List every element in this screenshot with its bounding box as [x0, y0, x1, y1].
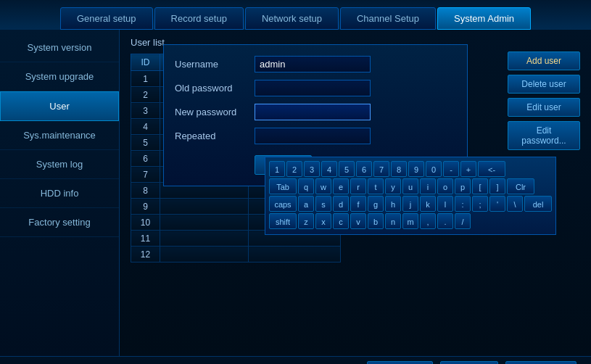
keyboard-key[interactable]: a [298, 196, 314, 212]
keyboard-key[interactable]: 0 [426, 161, 442, 177]
edit-password-button[interactable]: Edit password... [508, 121, 580, 150]
row-username [160, 215, 249, 231]
keyboard-key[interactable]: caps [269, 196, 297, 212]
keyboard-key[interactable]: i [420, 178, 436, 194]
right-action-buttons: Add user Delete user Edit user Edit pass… [508, 51, 580, 150]
bottom-bar: Apply Ok Cancel [0, 356, 591, 364]
keyboard-key[interactable]: q [298, 178, 314, 194]
sidebar-item-hdd-info[interactable]: HDD info [0, 179, 119, 208]
keyboard-key[interactable]: <- [478, 161, 505, 177]
keyboard-key[interactable]: p [455, 178, 471, 194]
row-superuser [248, 247, 340, 262]
row-id: 4 [131, 119, 160, 135]
row-id: 12 [131, 247, 160, 262]
top-navigation: General setup Record setup Network setup… [0, 0, 591, 30]
row-id: 3 [131, 103, 160, 119]
keyboard-key[interactable]: [ [472, 178, 488, 194]
row-username [160, 199, 249, 215]
keyboard-key[interactable]: 1 [269, 161, 285, 177]
repeated-row: Repeated [175, 128, 456, 144]
keyboard-key[interactable]: 3 [304, 161, 320, 177]
sidebar-item-user[interactable]: User [0, 91, 119, 121]
keyboard-key[interactable]: f [350, 196, 366, 212]
sidebar-item-factory-setting[interactable]: Factory setting [0, 208, 119, 237]
keyboard-key[interactable]: j [402, 196, 418, 212]
keyboard-key[interactable]: . [437, 213, 453, 229]
keyboard-key[interactable]: shift [269, 213, 297, 229]
keyboard-key[interactable]: l [437, 196, 453, 212]
keyboard-key[interactable]: g [368, 196, 384, 212]
tab-general-setup[interactable]: General setup [60, 7, 153, 30]
keyboard-key[interactable]: v [350, 213, 366, 229]
keyboard-row: Tabqwertyuiop[]Clr [269, 178, 552, 194]
username-input[interactable] [255, 56, 371, 73]
keyboard-key[interactable]: 5 [339, 161, 355, 177]
keyboard-key[interactable]: e [333, 178, 349, 194]
tab-network-setup[interactable]: Network setup [245, 7, 339, 30]
tab-system-admin[interactable]: System Admin [437, 7, 531, 30]
add-user-button[interactable]: Add user [508, 51, 580, 70]
keyboard-key[interactable]: t [368, 178, 384, 194]
cancel-button[interactable]: Cancel [505, 361, 576, 364]
row-id: 6 [131, 151, 160, 167]
old-password-row: Old password [175, 80, 456, 96]
row-id: 10 [131, 215, 160, 231]
keyboard-key[interactable]: 8 [391, 161, 407, 177]
keyboard-key[interactable]: u [402, 178, 418, 194]
keyboard-key[interactable]: c [333, 213, 349, 229]
keyboard-key[interactable]: Clr [507, 178, 534, 194]
sidebar-item-system-version[interactable]: System version [0, 33, 119, 62]
keyboard-key[interactable]: 2 [286, 161, 302, 177]
keyboard-key[interactable]: h [385, 196, 401, 212]
keyboard-key[interactable]: 6 [356, 161, 372, 177]
row-id: 11 [131, 231, 160, 247]
keyboard-key[interactable]: + [460, 161, 476, 177]
username-label: Username [175, 59, 255, 70]
new-password-label: New password [175, 107, 255, 117]
keyboard-key[interactable]: r [350, 178, 366, 194]
sidebar-item-system-log[interactable]: System log [0, 150, 119, 179]
sidebar-item-system-upgrade[interactable]: System upgrade [0, 62, 119, 91]
keyboard-key[interactable]: n [385, 213, 401, 229]
keyboard-key[interactable]: s [315, 196, 331, 212]
tab-record-setup[interactable]: Record setup [154, 7, 244, 30]
keyboard-key[interactable]: 9 [408, 161, 424, 177]
row-username [160, 247, 249, 262]
keyboard-key[interactable]: \ [507, 196, 523, 212]
keyboard-key[interactable]: Tab [269, 178, 297, 194]
keyboard-key[interactable]: o [437, 178, 453, 194]
repeated-label: Repeated [175, 131, 255, 141]
keyboard-key[interactable]: ; [472, 196, 488, 212]
row-id: 7 [131, 167, 160, 183]
keyboard-row: 1234567890-+<- [269, 161, 552, 177]
keyboard-key[interactable]: d [333, 196, 349, 212]
sidebar-item-sys-maintenance[interactable]: Sys.maintenance [0, 121, 119, 150]
keyboard-key[interactable]: ' [489, 196, 505, 212]
keyboard-key[interactable]: - [443, 161, 459, 177]
row-id: 8 [131, 183, 160, 199]
content-area: User list ID Username Super user 1234567… [120, 30, 591, 356]
keyboard-key[interactable]: w [315, 178, 331, 194]
keyboard-key[interactable]: 4 [321, 161, 337, 177]
repeated-input[interactable] [255, 128, 371, 144]
keyboard-key[interactable]: , [420, 213, 436, 229]
apply-button[interactable]: Apply [367, 361, 433, 364]
keyboard-key[interactable]: b [368, 213, 384, 229]
keyboard-key[interactable]: x [315, 213, 331, 229]
keyboard-key[interactable]: del [524, 196, 552, 212]
keyboard-key[interactable]: m [402, 213, 418, 229]
keyboard-key[interactable]: k [420, 196, 436, 212]
keyboard-key[interactable]: / [455, 213, 471, 229]
keyboard-key[interactable]: ] [489, 178, 505, 194]
keyboard-key[interactable]: z [298, 213, 314, 229]
tab-channel-setup[interactable]: Channel Setup [340, 7, 436, 30]
edit-user-button[interactable]: Edit user [508, 98, 580, 117]
keyboard-key[interactable]: : [455, 196, 471, 212]
keyboard-key[interactable]: y [385, 178, 401, 194]
old-password-input[interactable] [255, 80, 371, 96]
main-container: System version System upgrade User Sys.m… [0, 30, 591, 356]
delete-user-button[interactable]: Delete user [508, 75, 580, 94]
new-password-input[interactable] [255, 104, 371, 120]
ok-button[interactable]: Ok [440, 361, 498, 364]
keyboard-key[interactable]: 7 [373, 161, 389, 177]
